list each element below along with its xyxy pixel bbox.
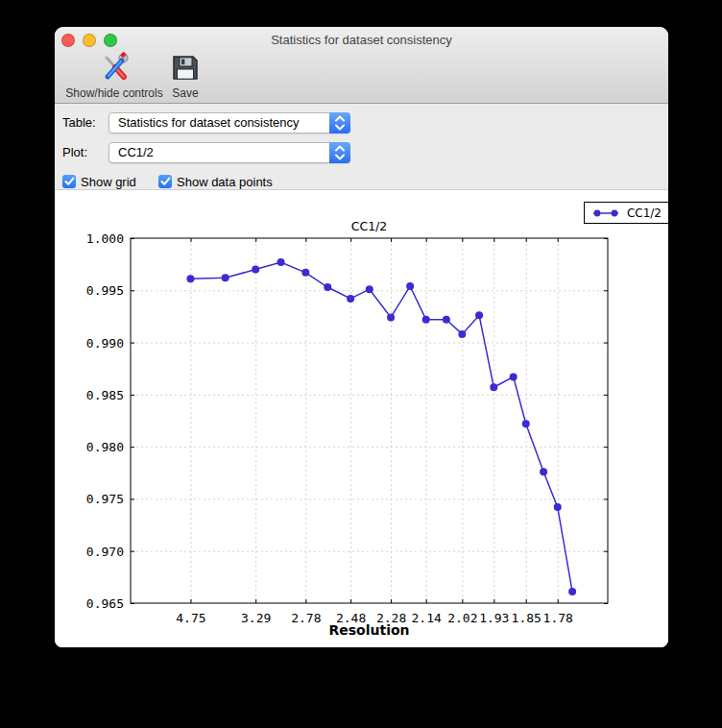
maximize-button[interactable]: [104, 34, 117, 47]
show-grid-checkbox[interactable]: Show grid: [62, 174, 136, 189]
data-point: [366, 285, 373, 293]
svg-text:2.78: 2.78: [291, 611, 321, 625]
table-dropdown[interactable]: Statistics for dataset consistency: [108, 112, 350, 133]
title-bar: Statistics for dataset consistency: [55, 27, 668, 54]
svg-text:0.990: 0.990: [86, 336, 124, 351]
table-dropdown-value: Statistics for dataset consistency: [118, 113, 326, 133]
data-point: [422, 316, 430, 324]
checkbox-checked-icon: [62, 175, 76, 188]
close-button[interactable]: [61, 34, 75, 47]
data-point: [186, 275, 194, 282]
data-point: [540, 468, 547, 475]
data-point: [475, 311, 483, 319]
window-chrome: Statistics for dataset consistency: [55, 27, 668, 104]
tools-icon: [99, 52, 130, 85]
controls-panel: Table: Statistics for dataset consistenc…: [55, 104, 668, 190]
svg-text:1.93: 1.93: [479, 611, 509, 625]
chevron-up-down-icon: [329, 112, 350, 133]
data-point: [510, 373, 517, 380]
data-point: [522, 420, 530, 427]
data-series: [186, 258, 576, 595]
chart-legend: CC1/2: [584, 202, 668, 224]
chart-svg: 1.0000.9950.9900.9850.9800.9750.9700.965…: [55, 190, 668, 647]
chart-title: CC1/2: [351, 219, 388, 233]
svg-text:0.995: 0.995: [86, 283, 124, 298]
svg-text:0.965: 0.965: [86, 596, 124, 611]
chevron-up-down-icon: [329, 142, 350, 163]
data-point: [568, 588, 576, 595]
show-grid-label: Show grid: [81, 175, 136, 189]
window-title: Statistics for dataset consistency: [55, 27, 668, 54]
svg-text:2.02: 2.02: [447, 611, 477, 625]
data-point: [347, 295, 354, 303]
data-point: [324, 283, 331, 291]
show-data-points-checkbox[interactable]: Show data points: [158, 174, 273, 189]
svg-text:4.75: 4.75: [176, 611, 205, 625]
save-icon: [171, 54, 200, 85]
data-point: [554, 503, 562, 511]
data-point: [301, 269, 309, 277]
data-point: [406, 282, 414, 290]
plot-dropdown-value: CC1/2: [118, 143, 326, 162]
svg-text:0.970: 0.970: [86, 545, 124, 559]
minimize-button[interactable]: [83, 34, 96, 47]
grid-lines: [132, 239, 607, 602]
data-point: [252, 266, 259, 274]
chart-area: 1.0000.9950.9900.9850.9800.9750.9700.965…: [55, 190, 668, 647]
data-point: [222, 274, 229, 281]
svg-text:0.985: 0.985: [86, 388, 124, 402]
data-point: [277, 258, 285, 266]
save-button[interactable]: Save: [164, 56, 206, 100]
table-label: Table:: [62, 112, 96, 133]
traffic-lights: [61, 34, 117, 47]
checkbox-checked-icon: [158, 175, 172, 188]
svg-text:0.975: 0.975: [86, 492, 124, 506]
svg-text:1.000: 1.000: [86, 231, 124, 246]
toolbar-button-label: Show/hide controls: [65, 86, 162, 100]
legend-line-marker-icon: [590, 208, 621, 218]
svg-text:1.78: 1.78: [543, 611, 573, 625]
plot-dropdown[interactable]: CC1/2: [108, 142, 350, 163]
toolbar: Show/hide controls Save: [55, 54, 668, 103]
app-window: Statistics for dataset consistency: [55, 27, 668, 647]
data-point: [387, 314, 395, 322]
svg-text:1.85: 1.85: [512, 611, 542, 625]
show-data-points-label: Show data points: [177, 175, 273, 189]
svg-text:2.14: 2.14: [412, 611, 442, 625]
plot-label: Plot:: [62, 142, 87, 163]
data-point: [458, 330, 466, 338]
svg-text:3.29: 3.29: [241, 611, 271, 625]
show-hide-controls-button[interactable]: Show/hide controls: [64, 56, 164, 100]
tick-labels: 1.0000.9950.9900.9850.9800.9750.9700.965…: [86, 219, 573, 638]
toolbar-button-label: Save: [172, 86, 198, 100]
svg-text:0.980: 0.980: [86, 440, 124, 454]
data-point: [443, 316, 450, 324]
series-line: [190, 262, 572, 592]
data-point: [490, 383, 497, 391]
legend-label: CC1/2: [627, 206, 662, 220]
x-axis-label: Resolution: [328, 622, 409, 638]
